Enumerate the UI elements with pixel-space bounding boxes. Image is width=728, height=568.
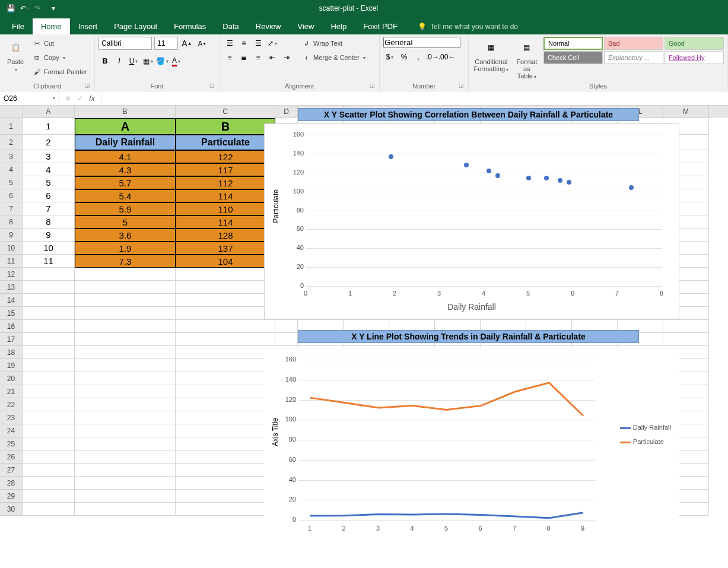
alignment-launcher-icon[interactable]: ◲ bbox=[368, 82, 376, 90]
font-size-combo[interactable] bbox=[154, 37, 178, 50]
paste-button[interactable]: 📋 Paste▾ bbox=[4, 37, 27, 74]
cell-B14[interactable] bbox=[75, 294, 176, 307]
cell-C24[interactable] bbox=[176, 424, 275, 437]
col-header-A[interactable]: A bbox=[23, 106, 75, 118]
cell-A6[interactable]: 6 bbox=[23, 189, 75, 202]
select-all-corner[interactable] bbox=[0, 106, 23, 118]
cell-C1[interactable]: B bbox=[176, 118, 275, 135]
redo-icon[interactable]: ↷▾ bbox=[33, 2, 45, 14]
style-explanatory[interactable]: Explanatory ... bbox=[604, 51, 663, 64]
row-header-21[interactable]: 21 bbox=[0, 385, 23, 398]
row-header-23[interactable]: 23 bbox=[0, 411, 23, 424]
font-launcher-icon[interactable]: ◲ bbox=[208, 82, 215, 90]
italic-button[interactable]: I bbox=[113, 55, 126, 68]
cell-A20[interactable] bbox=[23, 372, 75, 385]
row-header-1[interactable]: 1 bbox=[0, 118, 23, 135]
format-painter-button[interactable]: 🖌Format Painter bbox=[30, 65, 90, 78]
cell-M16[interactable] bbox=[663, 320, 709, 333]
row-header-24[interactable]: 24 bbox=[0, 424, 23, 437]
cell-C5[interactable]: 112 bbox=[176, 176, 275, 189]
row-header-11[interactable]: 11 bbox=[0, 255, 23, 268]
row-header-2[interactable]: 2 bbox=[0, 135, 23, 150]
row-header-19[interactable]: 19 bbox=[0, 359, 23, 372]
tab-foxit[interactable]: Foxit PDF bbox=[355, 18, 406, 34]
row-header-17[interactable]: 17 bbox=[0, 333, 23, 346]
cell-C23[interactable] bbox=[176, 411, 275, 424]
grid-area[interactable]: ABCDEFGHIJKLM11AB22Daily RainfallParticu… bbox=[0, 106, 728, 568]
cell-A18[interactable] bbox=[23, 346, 75, 359]
increase-indent-icon[interactable]: ⇥ bbox=[280, 51, 293, 64]
align-top-icon[interactable]: ☰ bbox=[223, 37, 236, 50]
style-normal[interactable]: Normal bbox=[543, 37, 603, 50]
cell-B11[interactable]: 7.3 bbox=[75, 255, 176, 268]
orientation-icon[interactable]: ⤢▾ bbox=[266, 37, 279, 50]
cell-A23[interactable] bbox=[23, 411, 75, 424]
style-followed-hyperlink[interactable]: Followed Hy bbox=[665, 51, 724, 64]
cell-B19[interactable] bbox=[75, 359, 176, 372]
row-header-9[interactable]: 9 bbox=[0, 229, 23, 242]
copy-button[interactable]: ⧉Copy▾ bbox=[30, 51, 90, 64]
cell-A3[interactable]: 3 bbox=[23, 150, 75, 163]
cell-B12[interactable] bbox=[75, 268, 176, 281]
cell-B21[interactable] bbox=[75, 385, 176, 398]
cell-C26[interactable] bbox=[176, 450, 275, 464]
formula-input[interactable] bbox=[101, 91, 728, 105]
comma-format-icon[interactable]: , bbox=[412, 50, 425, 64]
align-middle-icon[interactable]: ≡ bbox=[237, 37, 250, 50]
cell-C30[interactable] bbox=[176, 503, 275, 516]
cell-C15[interactable] bbox=[176, 307, 275, 320]
format-as-table-button[interactable]: ▤ Format as Table▾ bbox=[513, 37, 541, 81]
row-header-22[interactable]: 22 bbox=[0, 398, 23, 411]
tab-review[interactable]: Review bbox=[247, 18, 290, 34]
cell-B10[interactable]: 1.9 bbox=[75, 242, 176, 255]
col-header-D[interactable]: D bbox=[275, 106, 298, 118]
cell-B5[interactable]: 5.7 bbox=[75, 176, 176, 189]
cut-button[interactable]: ✂Cut bbox=[30, 37, 90, 50]
row-header-18[interactable]: 18 bbox=[0, 346, 23, 359]
cell-B24[interactable] bbox=[75, 424, 176, 437]
tab-view[interactable]: View bbox=[289, 18, 322, 34]
cell-C22[interactable] bbox=[176, 398, 275, 411]
cell-A7[interactable]: 7 bbox=[23, 202, 75, 215]
cell-A22[interactable] bbox=[23, 398, 75, 411]
cell-A2[interactable]: 2 bbox=[23, 135, 75, 150]
cell-A14[interactable] bbox=[23, 294, 75, 307]
row-header-14[interactable]: 14 bbox=[0, 294, 23, 307]
tab-home[interactable]: Home bbox=[33, 18, 70, 34]
cell-B16[interactable] bbox=[75, 320, 176, 333]
align-center-icon[interactable]: ≣ bbox=[237, 51, 250, 64]
tab-data[interactable]: Data bbox=[214, 18, 247, 34]
tab-help[interactable]: Help bbox=[322, 18, 355, 34]
number-launcher-icon[interactable]: ◲ bbox=[457, 82, 465, 90]
font-name-combo[interactable] bbox=[98, 37, 152, 50]
wrap-text-button[interactable]: ↲Wrap Text bbox=[299, 37, 368, 50]
cell-B29[interactable] bbox=[75, 490, 176, 503]
align-right-icon[interactable]: ≡ bbox=[252, 51, 265, 64]
tab-file[interactable]: File bbox=[4, 18, 33, 34]
row-header-25[interactable]: 25 bbox=[0, 437, 23, 450]
cell-C17[interactable] bbox=[176, 333, 275, 346]
cell-B26[interactable] bbox=[75, 450, 176, 464]
cell-C10[interactable]: 137 bbox=[176, 242, 275, 255]
row-header-16[interactable]: 16 bbox=[0, 320, 23, 333]
row-header-15[interactable]: 15 bbox=[0, 307, 23, 320]
clipboard-launcher-icon[interactable]: ◲ bbox=[84, 82, 91, 90]
cell-B9[interactable]: 3.6 bbox=[75, 229, 176, 242]
cell-C25[interactable] bbox=[176, 437, 275, 450]
scatter-chart[interactable]: Particulate 0204060801001201401600123456… bbox=[264, 123, 679, 319]
cell-C9[interactable]: 128 bbox=[176, 229, 275, 242]
row-header-20[interactable]: 20 bbox=[0, 372, 23, 385]
name-box[interactable]: O26▾ bbox=[0, 91, 59, 105]
cell-A26[interactable] bbox=[23, 450, 75, 464]
row-header-12[interactable]: 12 bbox=[0, 268, 23, 281]
cell-C7[interactable]: 110 bbox=[176, 202, 275, 215]
cell-A28[interactable] bbox=[23, 477, 75, 490]
undo-icon[interactable]: ↶▾ bbox=[19, 2, 31, 14]
cell-B15[interactable] bbox=[75, 307, 176, 320]
cell-C21[interactable] bbox=[176, 385, 275, 398]
cell-C18[interactable] bbox=[176, 346, 275, 359]
cell-C2[interactable]: Particulate bbox=[176, 135, 275, 150]
fx-icon[interactable]: fx bbox=[87, 93, 97, 104]
merge-center-button[interactable]: ⫞Merge & Center▾ bbox=[299, 51, 368, 64]
number-format-combo[interactable] bbox=[383, 37, 460, 48]
